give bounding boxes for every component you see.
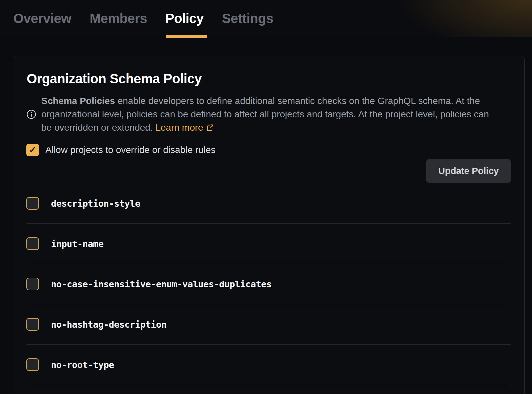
allow-override-label: Allow projects to override or disable ru… — [45, 145, 215, 155]
page-title: Organization Schema Policy — [27, 71, 511, 86]
learn-more-label: Learn more — [155, 122, 203, 133]
rule-row-input-name: input-name — [26, 224, 511, 264]
allow-override-row: ✓ Allow projects to override or disable … — [26, 144, 511, 156]
org-tab-bar: Overview Members Policy Settings — [0, 0, 532, 37]
rule-checkbox[interactable] — [26, 358, 39, 371]
rule-name: no-root-type — [51, 360, 114, 370]
rule-checkbox[interactable] — [26, 237, 39, 250]
active-tab-underline — [166, 35, 207, 38]
rule-row-no-hashtag-description: no-hashtag-description — [26, 304, 511, 345]
tab-overview[interactable]: Overview — [13, 0, 71, 37]
check-icon: ✓ — [29, 145, 37, 155]
tab-settings[interactable]: Settings — [222, 0, 273, 37]
rule-checkbox[interactable] — [26, 197, 39, 210]
rules-list: description-style input-name no-case-ins… — [26, 183, 511, 385]
allow-override-checkbox[interactable]: ✓ — [26, 144, 39, 156]
policy-description-lead: Schema Policies — [41, 96, 115, 106]
tab-members-label: Members — [90, 11, 147, 26]
rule-checkbox[interactable] — [26, 278, 39, 290]
learn-more-link[interactable]: Learn more — [155, 122, 214, 133]
rule-row-description-style: description-style — [26, 183, 511, 224]
update-policy-button[interactable]: Update Policy — [426, 159, 511, 183]
tab-policy[interactable]: Policy — [165, 0, 204, 37]
tab-policy-label: Policy — [165, 11, 204, 26]
tab-overview-label: Overview — [13, 11, 71, 26]
rule-name: no-case-insensitive-enum-values-duplicat… — [51, 279, 272, 289]
rule-row-no-root-type: no-root-type — [26, 345, 511, 385]
rule-row-no-case-insensitive-enum-values-duplicates: no-case-insensitive-enum-values-duplicat… — [26, 264, 511, 304]
external-link-icon — [206, 124, 214, 132]
tab-members[interactable]: Members — [90, 0, 147, 37]
policy-info-callout: Schema Policies enable developers to def… — [26, 94, 511, 134]
rule-checkbox[interactable] — [26, 318, 39, 331]
update-policy-row: Update Policy — [26, 159, 511, 183]
rule-name: no-hashtag-description — [51, 319, 167, 330]
policy-description: Schema Policies enable developers to def… — [41, 94, 501, 134]
policy-page: Organization Schema Policy Schema Polici… — [0, 37, 532, 394]
rule-name: input-name — [51, 239, 104, 249]
tab-settings-label: Settings — [222, 11, 273, 26]
schema-policy-card: Organization Schema Policy Schema Polici… — [13, 56, 525, 394]
info-icon — [26, 109, 36, 119]
rule-name: description-style — [51, 198, 140, 209]
